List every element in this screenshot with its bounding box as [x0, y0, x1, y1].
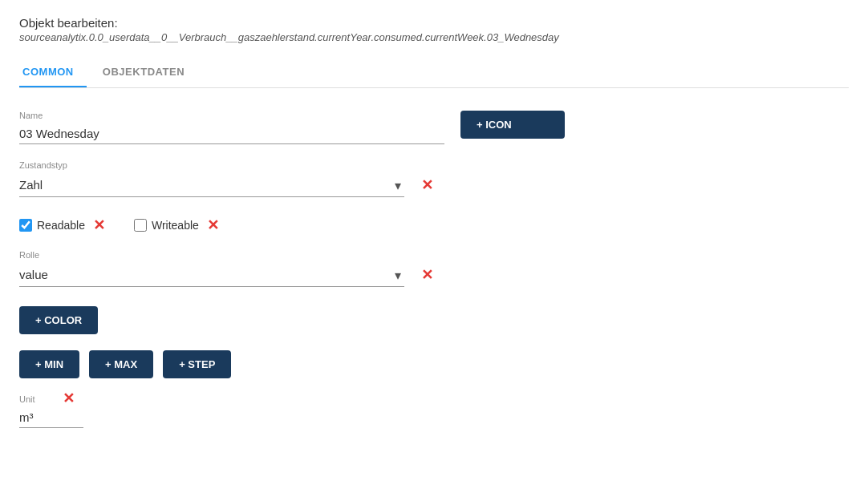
- rolle-clear-icon[interactable]: ✕: [421, 266, 433, 284]
- writeable-item: Writeable ✕: [134, 216, 219, 234]
- name-field-wrap: Name: [19, 111, 444, 144]
- zustandstyp-select[interactable]: Zahl Text Boolean: [19, 173, 404, 197]
- writeable-checkbox[interactable]: [134, 219, 147, 232]
- readable-item: Readable ✕: [19, 216, 105, 234]
- color-button[interactable]: + COLOR: [19, 306, 98, 334]
- unit-row: Unit ✕: [19, 394, 565, 428]
- tab-common[interactable]: COMMON: [19, 59, 87, 87]
- name-label: Name: [19, 111, 444, 120]
- readable-checkbox[interactable]: [19, 219, 32, 232]
- readable-clear-icon[interactable]: ✕: [93, 216, 105, 234]
- writeable-clear-icon[interactable]: ✕: [207, 216, 219, 234]
- zustandstyp-select-wrap: Zahl Text Boolean ▾ ✕: [19, 173, 404, 197]
- tabs-bar: COMMON OBJEKTDATEN: [19, 59, 849, 88]
- writeable-label: Writeable: [152, 219, 199, 232]
- object-path: sourceanalytix.0.0_userdata__0__Verbrauc…: [19, 31, 849, 43]
- rolle-select-wrap: value indicator level ▾ ✕: [19, 263, 404, 287]
- rolle-row: Rolle value indicator level ▾ ✕: [19, 250, 565, 287]
- zustandstyp-row: Zustandstyp Zahl Text Boolean ▾ ✕: [19, 160, 565, 197]
- checkbox-row: Readable ✕ Writeable ✕: [19, 216, 565, 234]
- unit-clear-icon[interactable]: ✕: [63, 390, 75, 407]
- readable-label: Readable: [37, 219, 85, 232]
- unit-label: Unit: [19, 394, 565, 404]
- zustandstyp-clear-icon[interactable]: ✕: [421, 176, 433, 194]
- tab-objektdaten[interactable]: OBJEKTDATEN: [99, 59, 197, 87]
- zustandstyp-label: Zustandstyp: [19, 160, 565, 170]
- min-max-step-row: + MIN + MAX + STEP: [19, 350, 565, 378]
- name-input[interactable]: [19, 123, 444, 144]
- step-button[interactable]: + STEP: [163, 350, 231, 378]
- color-button-row: + COLOR: [19, 306, 565, 334]
- form-section: Name + ICON Zustandstyp Zahl Text Boolea…: [19, 111, 565, 428]
- name-row: Name + ICON: [19, 111, 565, 144]
- page-title: Objekt bearbeiten:: [19, 16, 849, 30]
- rolle-select[interactable]: value indicator level: [19, 263, 404, 287]
- icon-button[interactable]: + ICON: [460, 111, 565, 139]
- min-button[interactable]: + MIN: [19, 350, 79, 378]
- unit-input-wrap: ✕: [19, 407, 83, 428]
- max-button[interactable]: + MAX: [89, 350, 153, 378]
- rolle-label: Rolle: [19, 250, 565, 260]
- unit-input[interactable]: [19, 407, 83, 428]
